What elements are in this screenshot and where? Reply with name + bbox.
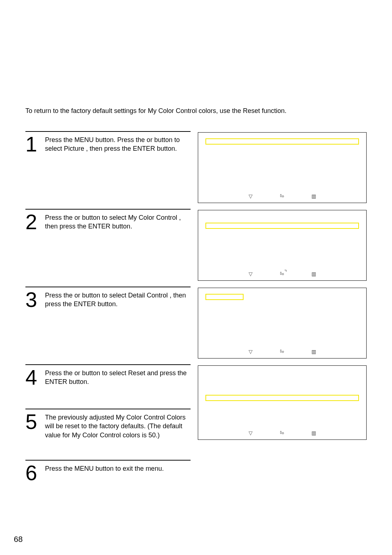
enter-icon [280,349,284,355]
highlight-selection [205,395,359,401]
step-row: 2 Press the or button to select My Color… [25,209,367,287]
menu-icon [311,193,316,199]
step-divider [25,287,191,287]
highlight-selection [205,223,359,229]
step-text: Press the or button to select My Color C… [45,212,191,231]
step-divider [25,460,191,461]
menu-screenshot [198,210,367,281]
step-text: Press the or button to select Detail Con… [45,290,191,309]
step-row: 4 Press the or button to select Reset an… [25,364,367,440]
menu-icon [311,430,316,436]
menu-screenshot [198,288,367,358]
nav-down-icon [249,349,253,355]
step-row: 3 Press the or button to select Detail C… [25,287,367,364]
step-divider [25,364,191,365]
step-row: 6 Press the MENU button to exit the menu… [25,460,367,482]
step-number: 6 [25,463,39,482]
highlight-selection [205,294,244,300]
screen-footer-icons [198,430,366,436]
highlight-selection [205,138,359,145]
menu-icon [311,271,316,277]
step-row: 1 Press the MENU button. Press the or bu… [25,131,367,209]
step-number: 1 [25,135,39,154]
menu-screenshot [198,132,367,203]
step-number: 4 [25,368,39,387]
enter-icon [280,193,284,199]
step-number: 5 [25,412,39,431]
step-divider [25,209,191,210]
step-text: Press the MENU button. Press the or butt… [45,135,191,153]
menu-screenshot [198,365,367,440]
menu-icon [311,349,316,355]
step-number: 2 [25,212,39,231]
step-number: 3 [25,290,39,309]
screen-footer-icons [198,349,366,355]
step-text: Press the or button to select Reset and … [45,368,191,386]
screen-footer-icons [198,271,366,277]
step-divider [25,409,191,409]
nav-down-icon [249,271,253,277]
step-divider [25,131,191,132]
enter-icon [280,430,284,436]
step-text: Press the MENU button to exit the menu. [45,463,164,473]
screen-footer-icons [198,193,366,199]
nav-down-icon [249,193,253,199]
nav-down-icon [249,430,253,436]
intro-text: To return to the factory default setting… [25,107,367,115]
page-number: 68 [14,535,23,544]
step-text: The previously adjusted My Color Control… [45,412,191,439]
enter-icon [280,271,284,277]
